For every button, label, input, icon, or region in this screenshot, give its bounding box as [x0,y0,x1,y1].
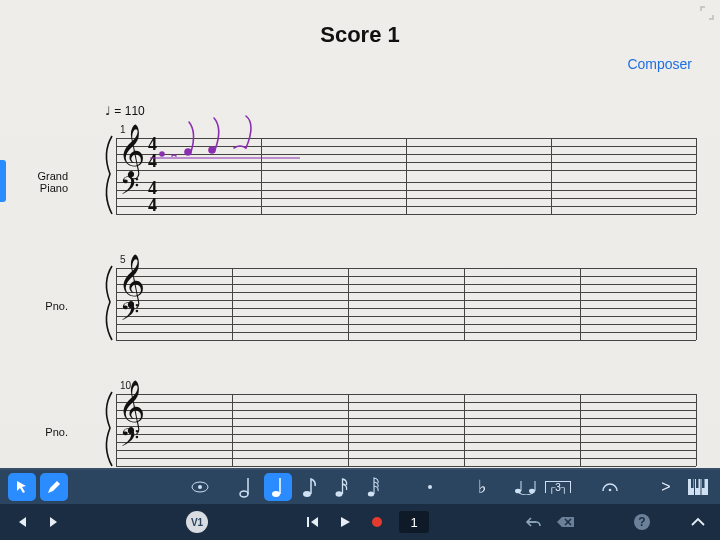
transport-toolbar: V1 1 ? [0,504,720,540]
score-title: Score 1 [0,22,720,48]
barline [116,394,117,466]
svg-point-4 [198,485,202,489]
tempo-marking[interactable]: ♩ = 110 [105,104,145,119]
barline [116,268,117,340]
note-eighth[interactable] [296,473,324,501]
instrument-label: Grand Piano [10,170,68,194]
fullscreen-icon[interactable] [700,6,714,20]
brace-icon [100,264,116,344]
barline [348,394,349,466]
barline [464,394,465,466]
barline [232,394,233,466]
note-quarter[interactable] [264,473,292,501]
barline [232,268,233,340]
svg-point-9 [303,491,311,497]
tempo-bpm: 110 [125,104,145,118]
staff-bass[interactable]: 𝄢 [116,308,696,340]
barline [348,268,349,340]
svg-text:?: ? [638,515,645,529]
barline [580,394,581,466]
instrument-label: Pno. [10,300,68,312]
note-thirtysecond[interactable] [360,473,388,501]
svg-rect-20 [696,479,699,488]
help-button[interactable]: ? [628,508,656,536]
fermata-tool[interactable] [596,473,624,501]
treble-clef-icon: 𝄞 [118,128,145,174]
flat-accidental[interactable]: ♭ [468,473,496,501]
tuplet-tool[interactable]: ┌3┐ [544,473,572,501]
instrument-label: Pno. [10,426,68,438]
svg-point-17 [609,489,612,492]
accent-tool[interactable]: > [652,473,680,501]
nav-forward-button[interactable] [40,508,68,536]
tie-tool[interactable] [512,473,540,501]
svg-rect-21 [702,479,705,488]
svg-point-15 [529,489,535,494]
pointer-tool[interactable] [8,473,36,501]
pencil-tool[interactable] [40,473,68,501]
delete-button[interactable] [552,508,580,536]
tempo-equals: = [114,104,121,118]
brace-icon [100,390,116,468]
barline [551,138,552,214]
barline [406,138,407,214]
time-signature: 44 [148,180,157,214]
barline [580,268,581,340]
composer-link[interactable]: Composer [627,56,692,72]
undo-button[interactable] [520,508,548,536]
note-entry-toolbar: ♭ ┌3┐ > [0,468,720,504]
svg-rect-19 [691,479,694,488]
bass-clef-icon: 𝄢 [120,300,139,330]
measure-counter[interactable]: 1 [399,511,429,533]
go-to-start-button[interactable] [299,508,327,536]
barline [116,138,117,214]
tempo-note-icon: ♩ [105,104,111,118]
view-toggle-icon[interactable] [186,473,214,501]
note-half[interactable] [232,473,260,501]
piano-keyboard-icon[interactable] [684,473,712,501]
version-badge[interactable]: V1 [186,511,208,533]
time-signature: 44 [148,136,157,170]
svg-point-7 [272,491,280,497]
note-sixteenth[interactable] [328,473,356,501]
staff-treble[interactable]: 𝄞 [116,268,696,300]
left-panel-handle[interactable] [0,160,6,202]
svg-point-11 [368,492,374,497]
svg-point-13 [515,489,521,494]
score-canvas[interactable]: Score 1 Composer ♩ = 110 1Grand Piano𝄞44… [0,0,720,468]
expand-panel-button[interactable] [684,508,712,536]
staff-bass[interactable]: 𝄢 [116,434,696,466]
brace-icon [100,134,116,218]
barline [464,268,465,340]
svg-rect-24 [307,517,309,527]
barline [696,268,697,340]
barline [261,138,262,214]
svg-point-5 [240,491,248,497]
play-button[interactable] [331,508,359,536]
svg-point-12 [428,485,432,489]
record-button[interactable] [363,508,391,536]
augmentation-dot[interactable] [416,473,444,501]
bass-clef-icon: 𝄢 [120,426,139,456]
barline [696,138,697,214]
barline [696,394,697,466]
bass-clef-icon: 𝄢 [120,174,139,204]
nav-back-button[interactable] [8,508,36,536]
staff-treble[interactable]: 𝄞 [116,394,696,426]
svg-point-10 [336,491,343,497]
svg-point-25 [372,517,382,527]
